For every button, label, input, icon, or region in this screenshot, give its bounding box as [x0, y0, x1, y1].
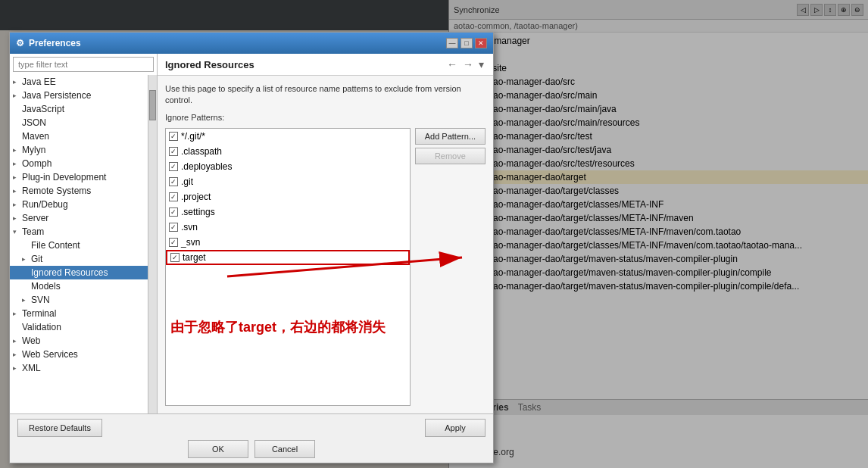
pattern-checkbox[interactable]: [169, 162, 178, 171]
pref-page-title: Ignored Resources: [165, 59, 254, 70]
cancel-button[interactable]: Cancel: [254, 440, 315, 458]
pref-item[interactable]: JSON: [10, 116, 148, 129]
pattern-label: */.git/*: [181, 131, 205, 142]
pattern-label: _svn: [181, 237, 200, 248]
pattern-item[interactable]: .classpath: [166, 144, 410, 159]
pref-item[interactable]: ▸Git: [10, 252, 148, 266]
pattern-checkbox[interactable]: [170, 253, 180, 262]
pref-nav-icons: ← → ▾: [445, 58, 486, 70]
filter-input[interactable]: [13, 57, 154, 72]
dialog-titlebar: ⚙ Preferences — □ ✕: [10, 33, 493, 54]
pref-item[interactable]: JavaScript: [10, 102, 148, 116]
pattern-item[interactable]: _svn: [166, 235, 410, 250]
pref-item[interactable]: ▸Server: [10, 211, 148, 225]
patterns-buttons: Add Pattern... Remove: [415, 128, 486, 406]
pref-page-header: Ignored Resources ← → ▾: [158, 54, 493, 76]
pattern-checkbox[interactable]: [169, 177, 178, 186]
pattern-item[interactable]: .project: [166, 189, 410, 204]
pref-description: Use this page to specify a list of resou…: [165, 83, 486, 107]
pattern-item[interactable]: .settings: [166, 204, 410, 220]
patterns-list[interactable]: */.git/*.classpath.deployables.git.proje…: [165, 128, 411, 406]
pref-item[interactable]: ▸Terminal: [10, 307, 148, 320]
pref-item[interactable]: ▸Web Services: [10, 348, 148, 361]
dialog-title-icon: ⚙: [16, 38, 24, 48]
footer-row: Restore Defaults Apply: [17, 419, 486, 437]
pattern-checkbox[interactable]: [169, 147, 178, 156]
dialog-minimize[interactable]: —: [446, 38, 458, 48]
dialog-maximize[interactable]: □: [461, 38, 473, 48]
pattern-checkbox[interactable]: [169, 132, 178, 141]
dialog-controls: — □ ✕: [446, 38, 487, 48]
pref-item[interactable]: Maven: [10, 129, 148, 143]
pref-item-selected[interactable]: Ignored Resources: [10, 266, 148, 279]
pattern-label: .classpath: [181, 146, 222, 157]
pattern-label: .project: [181, 192, 211, 202]
pref-item[interactable]: ▸Oomph: [10, 157, 148, 170]
ok-cancel-row: OK Cancel: [17, 440, 486, 458]
pref-sidebar-scroll: ▸Java EE▸Java Persistence JavaScript JSO…: [10, 75, 157, 413]
pref-item[interactable]: ▸Plug-in Development: [10, 170, 148, 184]
dialog-title: ⚙ Preferences: [16, 38, 81, 48]
ok-button[interactable]: OK: [188, 440, 248, 458]
pref-item[interactable]: Validation: [10, 320, 148, 334]
patterns-label: Ignore Patterns:: [165, 113, 486, 122]
pattern-label: .settings: [181, 207, 215, 217]
pattern-item[interactable]: .git: [166, 174, 410, 189]
pattern-checkbox[interactable]: [169, 223, 178, 232]
remove-button[interactable]: Remove: [415, 148, 486, 164]
footer-buttons: Apply: [425, 419, 486, 437]
pref-item[interactable]: ▸Java Persistence: [10, 89, 148, 102]
pref-item[interactable]: ▾Team: [10, 225, 148, 239]
pref-item[interactable]: ▸Web: [10, 334, 148, 348]
pattern-checkbox[interactable]: [169, 192, 178, 201]
pref-item[interactable]: ▸Mylyn: [10, 143, 148, 157]
restore-defaults-button[interactable]: Restore Defaults: [17, 419, 102, 437]
pref-item[interactable]: ▸XML: [10, 361, 148, 375]
pattern-label: .deployables: [181, 161, 232, 172]
pattern-item[interactable]: target: [166, 250, 410, 265]
pref-item[interactable]: File Content: [10, 239, 148, 252]
pref-item[interactable]: Models: [10, 279, 148, 293]
pref-content: Ignored Resources ← → ▾ Use this page to…: [158, 54, 493, 413]
dialog-close[interactable]: ✕: [475, 38, 487, 48]
scrollbar-thumb: [149, 90, 156, 120]
pattern-item[interactable]: .deployables: [166, 159, 410, 174]
pref-item[interactable]: ▸Remote Systems: [10, 184, 148, 198]
pattern-label: .svn: [181, 222, 198, 232]
dialog-footer: Restore Defaults Apply OK Cancel: [10, 413, 493, 463]
pref-item[interactable]: ▸Java EE: [10, 75, 148, 89]
pattern-label: .git: [181, 176, 193, 187]
pattern-label: target: [183, 252, 206, 263]
apply-button[interactable]: Apply: [425, 419, 486, 437]
dialog-body: ▸Java EE▸Java Persistence JavaScript JSO…: [10, 54, 493, 413]
pattern-item[interactable]: .svn: [166, 220, 410, 235]
pref-item[interactable]: ▸SVN: [10, 293, 148, 307]
patterns-area: */.git/*.classpath.deployables.git.proje…: [165, 128, 486, 406]
pref-item[interactable]: ▸Run/Debug: [10, 198, 148, 211]
nav-back[interactable]: ←: [445, 58, 459, 70]
pref-sidebar: ▸Java EE▸Java Persistence JavaScript JSO…: [10, 54, 158, 413]
nav-forward[interactable]: →: [461, 58, 475, 70]
add-pattern-button[interactable]: Add Pattern...: [415, 128, 486, 145]
pattern-checkbox[interactable]: [169, 207, 178, 217]
preferences-dialog: ⚙ Preferences — □ ✕ ▸Java EE▸Java Persis…: [9, 32, 494, 463]
nav-dropdown[interactable]: ▾: [477, 58, 486, 70]
dialog-title-text: Preferences: [29, 38, 81, 48]
sidebar-scrollbar[interactable]: [148, 75, 157, 413]
pattern-checkbox[interactable]: [169, 238, 178, 247]
pref-tree: ▸Java EE▸Java Persistence JavaScript JSO…: [10, 75, 148, 413]
pattern-item[interactable]: */.git/*: [166, 129, 410, 144]
pref-page-body: Use this page to specify a list of resou…: [158, 76, 493, 413]
